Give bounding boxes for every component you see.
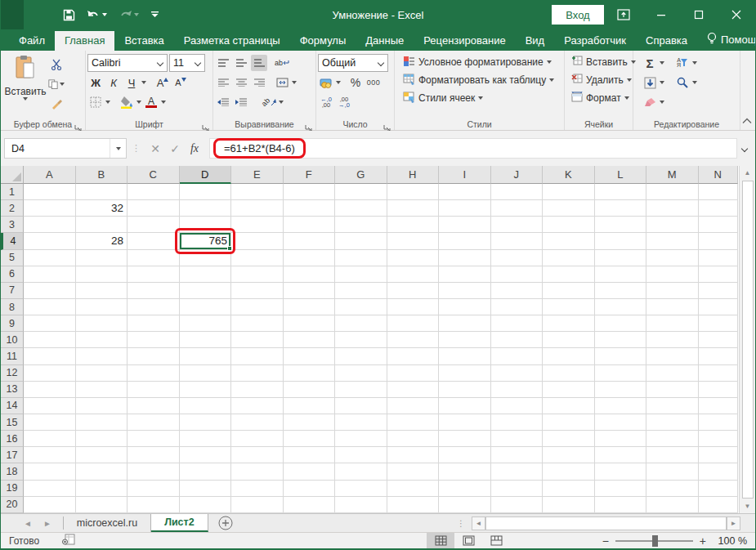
column-header-A[interactable]: A — [24, 166, 76, 184]
cell-C9[interactable] — [127, 315, 180, 332]
italic-button[interactable]: К — [105, 74, 122, 91]
cell-F15[interactable] — [284, 414, 336, 431]
fill-color-button[interactable] — [119, 94, 135, 110]
cut-icon[interactable] — [48, 56, 65, 73]
cell-K13[interactable] — [543, 382, 595, 398]
cell-K3[interactable] — [543, 217, 595, 233]
cell-I9[interactable] — [439, 315, 491, 332]
vertical-scroll-thumb[interactable] — [742, 181, 754, 499]
row-header-15[interactable]: 15 — [1, 414, 24, 431]
normal-view-icon[interactable] — [427, 533, 454, 548]
cell-D10[interactable] — [180, 332, 232, 348]
cell-D18[interactable] — [180, 463, 232, 480]
sheet-tab-list2[interactable]: Лист2 — [151, 514, 208, 532]
cell-I16[interactable] — [439, 431, 491, 447]
cell-D17[interactable] — [180, 447, 232, 463]
cell-L19[interactable] — [595, 481, 647, 497]
cell-A3[interactable] — [24, 217, 76, 233]
cell-styles-button[interactable]: Стили ячеек — [400, 89, 562, 107]
borders-dropdown-icon[interactable] — [105, 101, 110, 104]
cell-G11[interactable] — [335, 348, 387, 364]
cell-J15[interactable] — [491, 414, 544, 431]
cell-B18[interactable] — [76, 463, 128, 480]
cell-J4[interactable] — [491, 233, 544, 249]
cell-J19[interactable] — [491, 481, 544, 497]
zoom-slider[interactable] — [615, 540, 693, 542]
cell-K7[interactable] — [543, 283, 595, 299]
cell-C13[interactable] — [127, 382, 180, 398]
cell-K4[interactable] — [543, 233, 595, 249]
close-button[interactable] — [718, 0, 755, 29]
cell-J2[interactable] — [491, 200, 544, 217]
cell-H7[interactable] — [387, 283, 440, 299]
tab-home[interactable]: Главная — [55, 31, 114, 51]
clear-dropdown-icon[interactable] — [660, 101, 664, 104]
cell-M19[interactable] — [646, 481, 699, 497]
cell-K12[interactable] — [543, 365, 595, 382]
cell-E5[interactable] — [231, 250, 284, 266]
cell-N2[interactable] — [699, 200, 739, 217]
cell-J18[interactable] — [491, 463, 544, 480]
macro-record-icon[interactable] — [62, 534, 75, 548]
cell-A14[interactable] — [24, 398, 76, 414]
cell-L3[interactable] — [595, 217, 647, 233]
page-break-view-icon[interactable] — [482, 533, 510, 548]
cell-E4[interactable] — [231, 233, 284, 249]
copy-icon[interactable] — [48, 76, 65, 92]
cell-M6[interactable] — [646, 266, 699, 283]
cell-B14[interactable] — [76, 398, 128, 414]
cell-A16[interactable] — [24, 431, 76, 447]
cell-I19[interactable] — [439, 481, 491, 497]
cell-H11[interactable] — [387, 348, 440, 364]
cell-G9[interactable] — [335, 315, 387, 332]
align-left-icon[interactable] — [215, 74, 231, 91]
align-center-icon[interactable] — [233, 74, 249, 91]
cell-B8[interactable] — [76, 299, 128, 315]
cell-N13[interactable] — [699, 382, 739, 398]
cell-B13[interactable] — [76, 382, 128, 398]
cell-K8[interactable] — [543, 299, 595, 315]
add-sheet-button[interactable] — [208, 514, 243, 532]
cell-J11[interactable] — [491, 348, 544, 364]
page-layout-view-icon[interactable] — [454, 533, 482, 548]
cancel-formula-icon[interactable]: ✕ — [145, 139, 165, 159]
cell-E19[interactable] — [231, 481, 284, 497]
scroll-up-icon[interactable]: ▲ — [740, 166, 756, 180]
cell-G20[interactable] — [335, 497, 387, 513]
cell-L16[interactable] — [595, 431, 647, 447]
cell-B16[interactable] — [76, 431, 128, 447]
cell-D7[interactable] — [180, 283, 232, 299]
cell-C2[interactable] — [127, 200, 180, 217]
signin-button[interactable]: Вход — [552, 5, 604, 25]
row-header-7[interactable]: 7 — [1, 283, 24, 299]
column-header-N[interactable]: N — [699, 166, 739, 184]
cell-C20[interactable] — [127, 497, 180, 513]
cell-G1[interactable] — [335, 184, 387, 200]
cell-I14[interactable] — [439, 398, 491, 414]
minimize-button[interactable] — [642, 0, 680, 29]
cell-I20[interactable] — [439, 497, 491, 513]
tab-data[interactable]: Данные — [356, 31, 414, 51]
cell-K10[interactable] — [543, 332, 595, 348]
cell-C7[interactable] — [127, 283, 180, 299]
cell-H9[interactable] — [387, 315, 440, 332]
tab-review[interactable]: Рецензирование — [414, 31, 515, 51]
formula-input[interactable]: =61+B2*(B4-6) — [209, 138, 737, 159]
cell-C3[interactable] — [127, 217, 180, 233]
insert-function-icon[interactable]: fx — [185, 139, 204, 159]
cell-H1[interactable] — [387, 184, 440, 200]
cell-H2[interactable] — [387, 200, 440, 217]
cell-G8[interactable] — [335, 299, 387, 315]
cell-I5[interactable] — [439, 250, 491, 266]
cell-N20[interactable] — [699, 497, 739, 513]
row-header-8[interactable]: 8 — [1, 299, 24, 315]
cell-E17[interactable] — [231, 447, 284, 463]
cell-G4[interactable] — [335, 233, 387, 249]
cell-M1[interactable] — [646, 184, 699, 200]
cell-G19[interactable] — [335, 481, 387, 497]
scroll-down-icon[interactable]: ▼ — [740, 499, 756, 513]
row-header-13[interactable]: 13 — [1, 382, 24, 398]
cell-D14[interactable] — [180, 398, 232, 414]
cell-D20[interactable] — [180, 497, 232, 513]
cell-C1[interactable] — [127, 184, 180, 200]
